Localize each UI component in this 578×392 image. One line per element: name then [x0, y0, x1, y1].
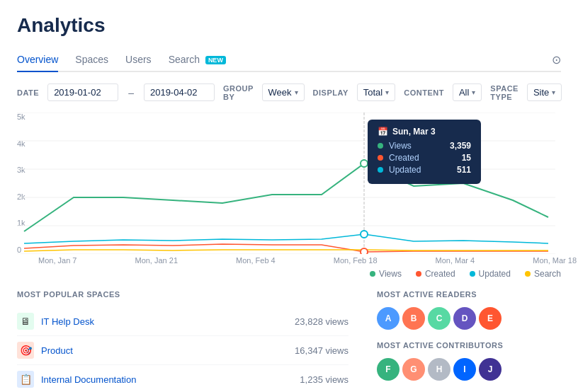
content-select[interactable]: All ▾ [453, 83, 482, 101]
tooltip-views: Views 3,359 [378, 141, 471, 151]
views-point [361, 160, 368, 167]
legend-created: Created [416, 269, 455, 279]
group-by-label: GROUP BY [223, 84, 254, 101]
chart-tooltip: 📅 Sun, Mar 3 Views 3,359 Created 15 Upda… [368, 120, 481, 184]
space-type-select[interactable]: Site ▾ [527, 83, 562, 101]
avatar: I [453, 358, 476, 381]
avatar: G [402, 358, 425, 381]
avatar: H [428, 358, 450, 381]
display-label: DISPLAY [313, 88, 348, 97]
created-point [361, 248, 368, 254]
space-row: 🎯 Product 16,347 views [17, 336, 348, 365]
legend-views-dot [370, 271, 375, 277]
tab-overview[interactable]: Overview [17, 48, 58, 72]
space-views-docs: 1,235 views [300, 374, 348, 385]
legend-views: Views [370, 269, 402, 279]
chevron-down-icon: ▾ [472, 88, 475, 96]
date-to-input[interactable] [144, 83, 215, 101]
avatar: C [428, 307, 450, 330]
active-contributors-title: MOST ACTIVE CONTRIBUTORS [377, 341, 561, 350]
chart-legend: Views Created Updated Search [38, 269, 561, 279]
group-by-select[interactable]: Week ▾ [262, 83, 305, 101]
avatar: J [479, 358, 502, 381]
space-name-docs[interactable]: Internal Documentation [41, 374, 300, 385]
space-icon-it: 🖥 [17, 313, 34, 330]
avatar: E [479, 307, 502, 330]
space-views-it: 23,828 views [295, 316, 348, 327]
filters-bar: DATE – GROUP BY Week ▾ DISPLAY Total ▾ C… [17, 83, 561, 101]
date-label: DATE [17, 88, 39, 97]
help-icon[interactable]: ⊙ [552, 53, 561, 67]
avatar: A [377, 307, 400, 330]
bottom-section: MOST POPULAR SPACES 🖥 IT Help Desk 23,82… [17, 290, 561, 392]
chevron-down-icon: ▾ [295, 88, 298, 96]
chart-area: 📅 Sun, Mar 3 Views 3,359 Created 15 Upda… [17, 113, 561, 256]
readers-avatars: A B C D E [377, 307, 561, 330]
space-name-it[interactable]: IT Help Desk [41, 316, 295, 327]
chevron-down-icon: ▾ [385, 88, 389, 96]
views-dot [378, 143, 383, 149]
display-select[interactable]: Total ▾ [357, 83, 395, 101]
right-section: MOST ACTIVE READERS A B C D E MOST ACTIV… [377, 290, 561, 392]
avatar: D [453, 307, 476, 330]
legend-created-dot [416, 271, 421, 277]
legend-search: Search [525, 269, 561, 279]
space-name-product[interactable]: Product [41, 345, 295, 356]
contributors-avatars: F G H I J [377, 358, 561, 381]
space-type-label: SPACE TYPE [490, 84, 518, 101]
space-row: 🖥 IT Help Desk 23,828 views [17, 307, 348, 336]
chevron-down-icon: ▾ [552, 88, 555, 96]
active-readers-title: MOST ACTIVE READERS [377, 290, 561, 299]
tooltip-date: 📅 Sun, Mar 3 [378, 127, 471, 137]
space-views-product: 16,347 views [295, 345, 348, 356]
new-badge: NEW [205, 56, 226, 64]
tab-search[interactable]: Search NEW [169, 48, 226, 71]
popular-spaces: MOST POPULAR SPACES 🖥 IT Help Desk 23,82… [17, 290, 348, 392]
tab-spaces[interactable]: Spaces [75, 48, 108, 71]
content-label: CONTENT [404, 88, 444, 97]
tooltip-updated: Updated 511 [378, 165, 471, 175]
date-dash: – [128, 87, 134, 98]
date-from-input[interactable] [47, 83, 118, 101]
updated-point [361, 231, 368, 238]
avatar: B [402, 307, 425, 330]
tabs-bar: Overview Spaces Users Search NEW ⊙ [17, 48, 561, 72]
chart-wrapper: 5k 4k 3k 2k 1k 0 [17, 113, 561, 256]
legend-updated-dot [470, 271, 475, 277]
space-icon-product: 🎯 [17, 342, 34, 359]
avatar: F [377, 358, 400, 381]
created-dot [378, 155, 383, 161]
tab-users[interactable]: Users [125, 48, 152, 71]
popular-spaces-title: MOST POPULAR SPACES [17, 290, 348, 299]
legend-search-dot [525, 271, 531, 277]
tooltip-created: Created 15 [378, 153, 471, 163]
page-title: Analytics [17, 14, 561, 37]
chart-x-axis: Mon, Jan 7 Mon, Jan 21 Mon, Feb 4 Mon, F… [38, 256, 577, 265]
space-row: 📋 Internal Documentation 1,235 views [17, 365, 348, 392]
legend-updated: Updated [470, 269, 511, 279]
updated-dot [378, 167, 383, 173]
space-icon-docs: 📋 [17, 371, 34, 388]
